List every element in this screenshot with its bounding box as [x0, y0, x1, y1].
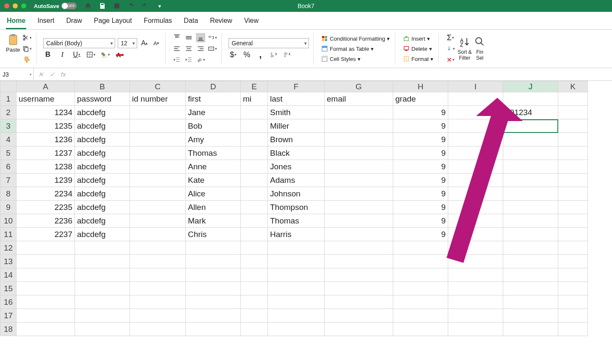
orientation-icon[interactable]: ab — [196, 55, 205, 64]
cell[interactable] — [241, 295, 268, 309]
bold-button[interactable]: B — [43, 50, 52, 59]
row-header-11[interactable]: 11 — [0, 228, 17, 241]
col-header-F[interactable]: F — [268, 81, 325, 92]
cell[interactable] — [325, 323, 393, 336]
cell[interactable] — [130, 119, 186, 133]
cell[interactable] — [448, 323, 503, 336]
cell[interactable] — [241, 214, 268, 228]
cell[interactable] — [130, 187, 186, 201]
insert-cells-button[interactable]: Insert ▾ — [402, 34, 434, 43]
cell[interactable] — [17, 309, 75, 323]
spreadsheet-grid[interactable]: ABCDEFGHIJK1usernamepasswordid numberfir… — [0, 81, 612, 336]
tab-page-layout[interactable]: Page Layout — [93, 15, 133, 29]
row-header-17[interactable]: 17 — [0, 309, 17, 323]
cell[interactable] — [448, 174, 503, 187]
cell[interactable] — [558, 282, 588, 295]
row-header-8[interactable]: 8 — [0, 187, 17, 201]
cell[interactable]: Alice — [186, 187, 241, 201]
cell[interactable] — [325, 282, 393, 295]
currency-icon[interactable]: $ — [229, 50, 238, 59]
cell[interactable] — [268, 268, 325, 282]
cell[interactable]: Adams — [268, 174, 325, 187]
home-icon[interactable] — [83, 1, 93, 11]
col-header-A[interactable]: A — [17, 81, 75, 92]
cell[interactable] — [241, 201, 268, 214]
cell[interactable] — [17, 323, 75, 336]
tab-formulas[interactable]: Formulas — [143, 15, 173, 29]
row-header-1[interactable]: 1 — [0, 92, 17, 106]
cell[interactable]: Jane — [186, 106, 241, 119]
cell[interactable] — [393, 309, 448, 323]
redo-icon[interactable] — [141, 1, 150, 11]
cell[interactable] — [558, 228, 588, 241]
cell[interactable] — [558, 174, 588, 187]
percent-icon[interactable]: % — [242, 50, 251, 59]
row-header-7[interactable]: 7 — [0, 174, 17, 187]
cell[interactable]: Thompson — [268, 201, 325, 214]
cell[interactable] — [130, 255, 186, 268]
clear-icon[interactable]: ✕ — [446, 55, 455, 64]
cell[interactable]: Bob — [186, 119, 241, 133]
row-header-13[interactable]: 13 — [0, 255, 17, 268]
cell[interactable]: abcdefg — [75, 174, 130, 187]
cell[interactable]: Brown — [268, 133, 325, 146]
format-cells-button[interactable]: Format ▾ — [402, 55, 434, 63]
font-color-icon[interactable]: A — [115, 50, 124, 59]
cell[interactable] — [503, 323, 558, 336]
cell[interactable] — [241, 309, 268, 323]
cell[interactable] — [558, 187, 588, 201]
cell[interactable]: grade — [393, 92, 448, 106]
cell[interactable]: 2235 — [17, 201, 75, 214]
cell[interactable] — [241, 133, 268, 146]
align-center-icon[interactable] — [184, 44, 193, 53]
row-header-10[interactable]: 10 — [0, 214, 17, 228]
cell[interactable] — [17, 255, 75, 268]
cell[interactable] — [503, 201, 558, 214]
cell[interactable] — [448, 119, 503, 133]
cell[interactable] — [448, 241, 503, 255]
cell[interactable]: 1235 — [17, 119, 75, 133]
cell[interactable] — [325, 187, 393, 201]
cell[interactable] — [186, 282, 241, 295]
enter-formula-icon[interactable]: ✓ — [50, 71, 55, 78]
save-icon[interactable] — [98, 1, 107, 11]
increase-indent-icon[interactable] — [184, 55, 193, 64]
cell[interactable] — [130, 295, 186, 309]
cell[interactable] — [448, 92, 503, 106]
align-middle-icon[interactable] — [184, 33, 193, 42]
tab-data[interactable]: Data — [183, 15, 199, 29]
cell[interactable] — [241, 106, 268, 119]
name-box[interactable]: J3 — [0, 68, 34, 80]
cell[interactable] — [503, 214, 558, 228]
align-left-icon[interactable] — [172, 44, 182, 53]
font-size-select[interactable]: 12 — [118, 38, 137, 48]
cell[interactable] — [17, 282, 75, 295]
cell[interactable] — [130, 268, 186, 282]
cell[interactable]: Black — [268, 146, 325, 160]
cell[interactable] — [268, 295, 325, 309]
row-header-16[interactable]: 16 — [0, 295, 17, 309]
cell[interactable] — [558, 309, 588, 323]
sort-filter-label[interactable]: Sort & Filter — [458, 49, 471, 61]
cell[interactable] — [503, 241, 558, 255]
cell[interactable] — [241, 174, 268, 187]
cell[interactable]: Mark — [186, 214, 241, 228]
cell[interactable] — [325, 228, 393, 241]
cell[interactable] — [325, 214, 393, 228]
cell[interactable] — [448, 214, 503, 228]
cell[interactable] — [325, 295, 393, 309]
increase-decimal-icon[interactable]: .0.00 — [269, 50, 278, 59]
cell[interactable] — [393, 282, 448, 295]
cell[interactable] — [558, 268, 588, 282]
cell[interactable] — [448, 228, 503, 241]
cell[interactable] — [75, 241, 130, 255]
cell[interactable] — [130, 133, 186, 146]
cell[interactable] — [268, 255, 325, 268]
cell[interactable]: abcdefg — [75, 146, 130, 160]
cell[interactable] — [448, 201, 503, 214]
toggle-switch-icon[interactable]: OFF — [61, 3, 77, 9]
cell[interactable] — [325, 106, 393, 119]
cancel-formula-icon[interactable]: ✕ — [38, 71, 44, 78]
cell[interactable] — [130, 106, 186, 119]
row-header-4[interactable]: 4 — [0, 133, 17, 146]
